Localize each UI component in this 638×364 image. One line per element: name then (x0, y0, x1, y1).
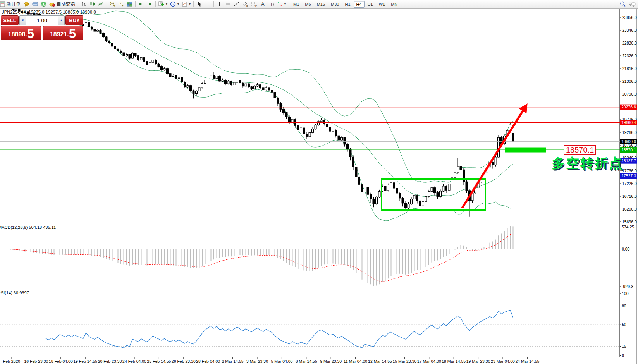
line-chart-button[interactable] (97, 0, 105, 8)
svg-text:100: 100 (622, 291, 629, 296)
svg-text:25 Feb 14:55: 25 Feb 14:55 (147, 359, 171, 364)
svg-text:16206.0: 16206.0 (622, 207, 637, 211)
chart-canvas[interactable]: 23856.023346.022836.022326.021816.021306… (0, 0, 638, 364)
bar-chart-button[interactable] (80, 0, 88, 8)
macd-indicator-label: MACD(12,26,9) 504.18 435.11 (0, 225, 56, 230)
data-window-button[interactable] (31, 0, 39, 8)
svg-text:F: F (255, 4, 257, 7)
svg-text:20796.0: 20796.0 (622, 92, 637, 96)
svg-text:17736.0: 17736.0 (622, 168, 637, 173)
auto-scroll-button[interactable] (137, 0, 145, 8)
symbol-ohlc-line: JPN225-.H4, 19235.0 19297.5 18885.0 1890… (2, 10, 96, 14)
svg-text:23346.0: 23346.0 (622, 28, 637, 33)
svg-text:23 Mar 04:00: 23 Mar 04:00 (491, 359, 515, 364)
channel-button[interactable]: E (241, 0, 249, 8)
periods-icon (170, 1, 176, 7)
candlestick-button[interactable] (88, 0, 96, 8)
candlestick-icon (89, 1, 95, 7)
periods-button[interactable]: ▾ (169, 0, 180, 8)
svg-text:23856.0: 23856.0 (622, 15, 637, 20)
hline-button[interactable] (224, 0, 232, 8)
volume-stepper: ▼ 1.00 ▲ (19, 15, 65, 25)
chevron-down-icon: ▾ (284, 2, 286, 6)
chart-shift-button[interactable] (146, 0, 154, 8)
zoom-out-button[interactable] (117, 0, 125, 8)
indicators-icon (158, 1, 164, 7)
search-button[interactable] (619, 0, 627, 8)
timeframe-button-m30[interactable]: M30 (328, 1, 342, 8)
chevron-down-icon: ▾ (177, 2, 179, 6)
sell-price-button[interactable]: 18898. 5 (1, 26, 41, 40)
svg-text:A: A (261, 1, 265, 7)
timeframe-button-mn[interactable]: MN (388, 1, 400, 8)
svg-text:18 Feb 04:00: 18 Feb 04:00 (49, 359, 73, 364)
trendline-button[interactable] (232, 0, 241, 8)
sell-button[interactable]: SELL (1, 15, 19, 25)
svg-text:574.25: 574.25 (622, 225, 634, 229)
time-axis[interactable]: Feb 202016 Feb 23:3018 Feb 04:0019 Feb 1… (3, 357, 540, 364)
svg-text:15696.0: 15696.0 (622, 220, 637, 224)
svg-text:17226.0: 17226.0 (622, 181, 637, 186)
toolbar-separator (155, 1, 156, 7)
volume-increase-button[interactable]: ▲ (58, 16, 64, 25)
sell-price-pip: 5 (27, 29, 34, 39)
buy-price-pip: 5 (69, 29, 76, 39)
bollinger-bands (57, 4, 513, 221)
buy-price-main: 18921. (50, 31, 69, 39)
volume-decrease-button[interactable]: ▼ (20, 16, 26, 25)
svg-text:2 Mar 14:55: 2 Mar 14:55 (222, 359, 244, 364)
fibonacci-button[interactable]: F (250, 0, 258, 8)
buy-price-button[interactable]: 18921. 5 (43, 26, 83, 40)
chat-button[interactable] (628, 0, 637, 8)
market-watch-icon (23, 1, 29, 7)
label-icon: T (268, 1, 274, 7)
rsi-pane[interactable] (0, 306, 620, 348)
sell-price-main: 18898. (8, 31, 27, 39)
chevron-down-icon: ▾ (189, 2, 191, 6)
label-button[interactable]: T (267, 0, 275, 8)
timeframe-button-h4[interactable]: H4 (354, 1, 365, 8)
timeframe-button-h1[interactable]: H1 (342, 1, 353, 8)
svg-text:20276.6: 20276.6 (621, 105, 636, 109)
text-icon: A (260, 1, 266, 7)
buy-button[interactable]: BUY (65, 15, 83, 25)
svg-text:6 Mar 14:55: 6 Mar 14:55 (296, 359, 317, 364)
templates-icon (182, 1, 187, 7)
macd-scale: 574.250.00-929.3 (620, 225, 634, 289)
vline-button[interactable] (215, 0, 224, 8)
toolbar-separator (78, 1, 78, 7)
new-order-button[interactable]: 新订单 (0, 0, 22, 8)
svg-text:28 Feb 04:00: 28 Feb 04:00 (196, 359, 220, 364)
market-watch-button[interactable] (22, 0, 31, 8)
templates-button[interactable]: ▾ (181, 0, 192, 8)
indicators-button[interactable]: ▾ (157, 0, 169, 8)
fibonacci-icon: F (251, 1, 257, 7)
price-axis[interactable]: 23856.023346.022836.022326.021816.021306… (620, 15, 637, 224)
crosshair-button[interactable] (204, 0, 212, 8)
timeframe-button-m1[interactable]: M1 (291, 1, 302, 8)
auto-scroll-icon (138, 1, 144, 7)
toolbar-separator (107, 1, 107, 7)
svg-text:24 Mar 14:55: 24 Mar 14:55 (515, 359, 539, 364)
shapes-button[interactable]: ▾ (276, 0, 287, 8)
navigator-button[interactable] (40, 0, 48, 8)
data-window-icon (32, 1, 38, 7)
timeframe-button-w1[interactable]: W1 (376, 1, 388, 8)
timeframe-button-m15[interactable]: M15 (314, 1, 328, 8)
svg-text:22326.0: 22326.0 (622, 53, 637, 58)
autotrading-button[interactable]: 自动交易 (48, 0, 76, 8)
volume-input[interactable]: 1.00 (26, 16, 58, 25)
text-button[interactable]: A (259, 0, 267, 8)
timeframe-button-m5[interactable]: M5 (302, 1, 313, 8)
zoom-in-icon (110, 1, 115, 7)
svg-text:19660.4: 19660.4 (621, 120, 636, 125)
macd-pane[interactable] (2, 226, 513, 286)
tile-windows-button[interactable] (126, 0, 134, 8)
svg-text:Feb 2020: Feb 2020 (3, 359, 21, 364)
zoom-in-button[interactable] (108, 0, 117, 8)
channel-icon: E (242, 1, 248, 7)
timeframe-button-d1[interactable]: D1 (365, 1, 376, 8)
cursor-button[interactable] (195, 0, 203, 8)
svg-text:0: 0 (622, 353, 624, 358)
tile-windows-icon (127, 1, 132, 7)
